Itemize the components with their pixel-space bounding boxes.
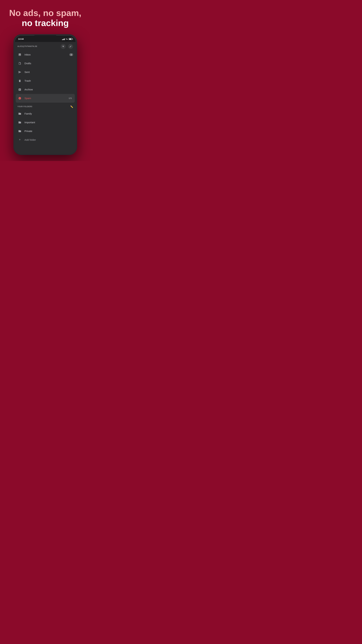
compose-button[interactable] <box>68 44 73 49</box>
folder-private-icon <box>17 129 22 134</box>
nav-item-family[interactable]: Family <box>14 109 76 118</box>
nav-item-private[interactable]: Private <box>14 127 76 136</box>
nav-item-trash[interactable]: Trash <box>14 76 76 85</box>
family-label: Family <box>24 112 73 115</box>
folder-important-icon <box>17 120 22 125</box>
status-time: 14:44 <box>18 38 24 40</box>
add-folder-icon: + <box>17 138 22 142</box>
headline-line1: No ads, no spam, <box>9 8 81 18</box>
nav-item-drafts[interactable]: Drafts <box>14 59 76 68</box>
sent-label: Sent <box>24 70 73 74</box>
trash-label: Trash <box>24 79 73 82</box>
folder-family-icon <box>17 111 22 116</box>
nav-item-archive[interactable]: Archive <box>14 85 76 94</box>
phone-mockup: 14:44 ▾▴ ALICE@TUTANOTA.DE <box>13 34 77 155</box>
spam-icon <box>17 96 22 100</box>
folders-section-header: YOUR FOLDERS ✏️ <box>14 103 76 109</box>
app-header: ALICE@TUTANOTA.DE <box>14 42 76 50</box>
add-folder-item[interactable]: + Add folder <box>14 136 76 144</box>
drafts-label: Drafts <box>24 62 73 65</box>
battery-icon <box>69 38 72 40</box>
status-icons: ▾▴ <box>62 38 72 40</box>
filter-button[interactable] <box>61 44 66 49</box>
headline: No ads, no spam, no tracking <box>2 0 88 34</box>
inbox-badge: 1 <box>69 53 73 56</box>
sent-icon <box>17 70 22 74</box>
archive-icon <box>17 87 22 92</box>
nav-item-important[interactable]: Important <box>14 118 76 127</box>
private-label: Private <box>24 130 73 132</box>
archive-label: Archive <box>24 88 73 91</box>
phone-notch <box>34 35 56 39</box>
inbox-label: Inbox <box>24 53 67 56</box>
important-label: Important <box>24 121 73 124</box>
trash-icon <box>17 78 22 83</box>
inbox-icon <box>17 52 22 57</box>
nav-item-spam[interactable]: Spam 173 <box>16 94 75 103</box>
header-actions <box>61 44 73 49</box>
wifi-icon: ▾▴ <box>66 38 68 40</box>
nav-item-inbox[interactable]: Inbox 1 <box>14 50 76 59</box>
headline-line2: no tracking <box>22 18 69 28</box>
edit-folders-icon[interactable]: ✏️ <box>70 105 73 108</box>
signal-icon <box>62 38 65 40</box>
add-folder-label: Add folder <box>24 138 36 141</box>
spam-badge: 173 <box>67 97 73 100</box>
drafts-icon <box>17 61 22 66</box>
email-label: ALICE@TUTANOTA.DE <box>17 46 37 47</box>
nav-item-sent[interactable]: Sent <box>14 68 76 76</box>
spam-label: Spam <box>24 97 65 100</box>
folders-section-title: YOUR FOLDERS <box>17 106 32 108</box>
app-content: ALICE@TUTANOTA.DE Inbox 1 Drafts <box>14 42 76 154</box>
